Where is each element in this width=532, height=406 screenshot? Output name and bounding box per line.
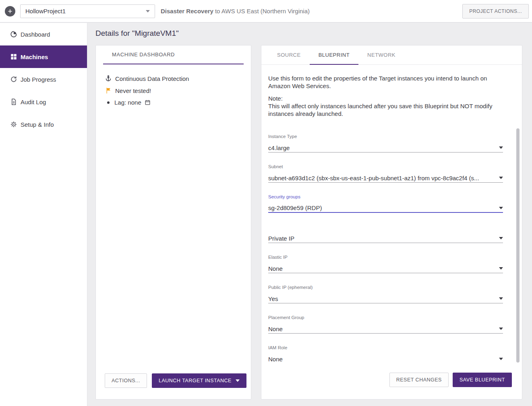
blueprint-card: SOURCE BLUEPRINT NETWORK Use this form t… bbox=[261, 45, 522, 400]
reset-changes-button[interactable]: RESET CHANGES bbox=[389, 373, 449, 387]
sidebar-item-label: Machines bbox=[21, 54, 48, 60]
security-groups-value: sg-2d809e59 (RDP) bbox=[268, 204, 494, 211]
chevron-down-icon bbox=[499, 358, 503, 360]
chevron-down-icon bbox=[499, 237, 503, 239]
tab-source[interactable]: SOURCE bbox=[268, 45, 310, 64]
sidebar-item-label: Audit Log bbox=[21, 99, 46, 105]
subnet-value: subnet-a693d1c2 (sbx-sbx-us-east-1-pub-s… bbox=[268, 175, 494, 181]
elastic-ip-select[interactable]: None bbox=[268, 264, 503, 273]
public-ip-field: Public IP (ephemeral) Yes bbox=[268, 273, 503, 303]
project-subtitle: Disaster Recoveryto AWS US East (Norther… bbox=[161, 8, 310, 14]
subtitle-strong: Disaster Recovery bbox=[161, 8, 213, 14]
placement-group-field: Placement Group None bbox=[268, 303, 503, 334]
bullet-icon bbox=[107, 101, 110, 104]
project-selector[interactable]: HollowProject1 bbox=[20, 4, 155, 18]
sidebar-item-machines[interactable]: Machines bbox=[0, 45, 87, 68]
security-groups-field: Security groups sg-2d809e59 (RDP) bbox=[268, 183, 503, 213]
chevron-down-icon bbox=[499, 146, 503, 149]
elastic-ip-label: Elastic IP bbox=[268, 255, 503, 260]
instance-type-select[interactable]: c4.large bbox=[268, 143, 503, 153]
sidebar-item-audit-log[interactable]: Audit Log bbox=[0, 91, 87, 113]
blueprint-tabbar: SOURCE BLUEPRINT NETWORK bbox=[261, 45, 522, 65]
private-ip-value: Private IP bbox=[268, 235, 494, 242]
lag-label: Lag: none bbox=[114, 99, 141, 106]
tab-network[interactable]: NETWORK bbox=[358, 45, 404, 64]
chevron-down-icon bbox=[499, 207, 503, 209]
machines-icon bbox=[10, 53, 17, 60]
iam-role-value: None bbox=[268, 356, 494, 362]
project-selector-value: HollowProject1 bbox=[25, 8, 146, 14]
gear-icon bbox=[10, 121, 17, 128]
placement-group-select[interactable]: None bbox=[268, 324, 503, 334]
public-ip-label: Public IP (ephemeral) bbox=[268, 285, 503, 291]
project-actions-button[interactable]: PROJECT ACTIONS... bbox=[462, 4, 529, 19]
machine-status-list: Continuous Data Protection Never tested!… bbox=[96, 64, 251, 111]
blueprint-note-title: Note: bbox=[268, 95, 515, 102]
dashboard-icon bbox=[10, 31, 17, 38]
chevron-down-icon bbox=[499, 328, 503, 330]
flag-icon bbox=[105, 87, 112, 94]
sidebar-item-label: Setup & Info bbox=[21, 121, 54, 128]
elastic-ip-value: None bbox=[268, 265, 494, 272]
subnet-label: Subnet bbox=[268, 164, 503, 170]
instance-type-label: Instance Type bbox=[268, 134, 503, 140]
launch-target-instance-label: LAUNCH TARGET INSTANCE bbox=[159, 378, 232, 383]
cdp-status-label: Continuous Data Protection bbox=[115, 75, 189, 82]
private-ip-label bbox=[268, 225, 503, 230]
placement-group-value: None bbox=[268, 326, 494, 332]
iam-role-select[interactable]: None bbox=[268, 354, 503, 362]
instance-type-field: Instance Type c4.large bbox=[268, 122, 503, 153]
private-ip-select[interactable]: Private IP bbox=[268, 234, 503, 243]
subtitle-rest: to AWS US East (Northern Virginia) bbox=[215, 8, 310, 14]
security-groups-label: Security groups bbox=[268, 194, 503, 200]
blueprint-actions-row: RESET CHANGES SAVE BLUEPRINT bbox=[261, 373, 522, 399]
audit-log-icon bbox=[10, 98, 17, 105]
blueprint-intro: Use this form to edit the properties of … bbox=[268, 74, 501, 90]
subnet-field: Subnet subnet-a693d1c2 (sbx-sbx-us-east-… bbox=[268, 153, 503, 183]
security-groups-select[interactable]: sg-2d809e59 (RDP) bbox=[268, 204, 503, 213]
iam-role-label: IAM Role bbox=[268, 345, 503, 351]
plus-icon bbox=[7, 8, 13, 14]
chevron-down-icon bbox=[499, 297, 503, 300]
elastic-ip-field: Elastic IP None bbox=[268, 243, 503, 273]
tab-machine-dashboard[interactable]: MACHINE DASHBOARD bbox=[103, 45, 244, 64]
sidebar-item-job-progress[interactable]: Job Progress bbox=[0, 68, 87, 91]
iam-role-field: IAM Role None bbox=[268, 334, 503, 362]
tab-machine-dashboard-label: MACHINE DASHBOARD bbox=[112, 52, 175, 58]
tab-blueprint[interactable]: BLUEPRINT bbox=[310, 45, 358, 65]
sidebar-item-setup-info[interactable]: Setup & Info bbox=[0, 113, 87, 136]
never-tested-label: Never tested! bbox=[115, 87, 151, 94]
page-title: Details for "MigrateVM1" bbox=[95, 29, 179, 38]
private-ip-field: Private IP bbox=[268, 213, 503, 243]
machine-dashboard-card: MACHINE DASHBOARD Continuous Data Protec… bbox=[95, 45, 251, 400]
sidebar-item-label: Dashboard bbox=[21, 31, 50, 38]
lag-row: Lag: none bbox=[105, 99, 243, 106]
chevron-down-icon bbox=[146, 10, 150, 12]
job-progress-icon bbox=[10, 76, 17, 83]
instance-type-value: c4.large bbox=[268, 144, 494, 151]
scrollbar-thumb[interactable] bbox=[516, 128, 520, 363]
actions-button[interactable]: ACTIONS... bbox=[105, 373, 147, 388]
chevron-down-icon bbox=[236, 379, 240, 382]
calendar-icon[interactable] bbox=[145, 99, 151, 105]
sidebar-item-dashboard[interactable]: Dashboard bbox=[0, 23, 87, 45]
anchor-icon bbox=[105, 75, 112, 82]
sidebar: Dashboard Machines Job Progress Audit Lo… bbox=[0, 23, 87, 406]
blueprint-note-body: This will affect only instances launched… bbox=[268, 102, 501, 117]
cdp-status-row: Continuous Data Protection bbox=[105, 75, 243, 82]
blueprint-form: Instance Type c4.large Subnet subnet-a69… bbox=[268, 122, 515, 362]
blueprint-body: Use this form to edit the properties of … bbox=[261, 65, 522, 362]
chevron-down-icon bbox=[499, 267, 503, 270]
machine-actions-row: ACTIONS... LAUNCH TARGET INSTANCE bbox=[96, 373, 251, 399]
sidebar-item-label: Job Progress bbox=[21, 76, 56, 83]
launch-target-instance-button[interactable]: LAUNCH TARGET INSTANCE bbox=[152, 373, 246, 388]
top-bar: HollowProject1 Disaster Recoveryto AWS U… bbox=[0, 0, 532, 23]
save-blueprint-button[interactable]: SAVE BLUEPRINT bbox=[453, 373, 512, 387]
public-ip-select[interactable]: Yes bbox=[268, 294, 503, 303]
never-tested-row: Never tested! bbox=[105, 87, 243, 94]
public-ip-value: Yes bbox=[268, 295, 494, 302]
add-project-button[interactable] bbox=[5, 6, 15, 16]
subnet-select[interactable]: subnet-a693d1c2 (sbx-sbx-us-east-1-pub-s… bbox=[268, 173, 503, 183]
placement-group-label: Placement Group bbox=[268, 315, 503, 321]
chevron-down-icon bbox=[499, 177, 503, 179]
